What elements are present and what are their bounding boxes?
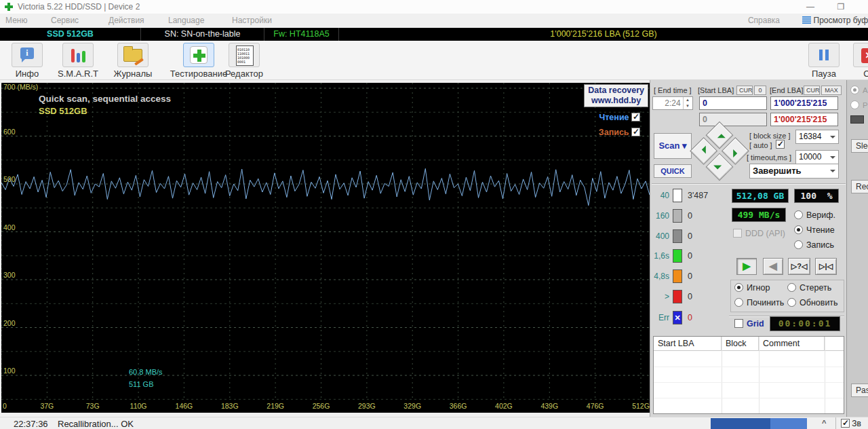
timeout-label: [ timeout,ms ] [747,153,791,162]
stop-x-icon: ✕ [853,43,868,67]
password-button[interactable]: Pas [851,384,868,397]
pi-radio[interactable]: PI [850,100,868,109]
arrow-down-icon [713,165,722,173]
y-axis-tick-label: 600 [3,128,16,136]
timeout-select[interactable]: 10000 [795,150,839,164]
stat-swatch [673,249,682,263]
mode-read-radio[interactable]: Чтение [794,225,835,235]
end-lba-max-button[interactable]: MAX [821,86,842,95]
y-axis-tick-label: 300 [3,271,16,279]
start-lba-cur-button[interactable]: CUR [736,86,753,95]
action-ignore-radio[interactable]: Игнор [734,283,770,293]
menu-help[interactable]: Справка [748,16,780,25]
on-end-action-select[interactable]: Завершить [749,164,839,179]
write-checkbox[interactable] [631,128,640,136]
toolbar-editor-button[interactable]: 010110 110011 101000 0001 Редактор [218,43,270,79]
mode-verify-radio[interactable]: Вериф. [794,210,835,220]
defect-table[interactable]: Start LBA Block Comment [653,336,844,414]
ddd-api-checkbox[interactable]: DDD (API) [733,229,785,238]
column-header-block[interactable]: Block [722,337,759,350]
status-message: Recallibration... OK [58,419,134,429]
end-time-spinner[interactable]: 2:24▲▼ [652,96,693,110]
seek-end-button[interactable]: ▷|◁ [815,258,837,275]
back-button[interactable]: ◀ [763,258,783,275]
read-checkbox[interactable] [631,113,640,122]
maximize-button[interactable]: ❐ [831,1,851,12]
menu-service[interactable]: Сервис [51,16,79,25]
x-axis-tick-label: 329G [397,402,427,410]
end-lba-cur-button[interactable]: CUR [804,86,820,95]
expand-chevron-icon[interactable]: ^ [822,419,826,427]
list-icon [802,16,811,24]
minimize-button[interactable]: — [800,1,821,12]
checkbox-icon [734,319,743,328]
progress-bar [711,418,807,429]
toolbar-smart-button[interactable]: S.M.A.R.T [52,43,104,79]
chevron-down-icon [830,156,835,162]
stat-row-4-8s: 4,8s0 [650,269,724,286]
app-logo-cross-icon [5,3,13,11]
stat-swatch [673,189,682,202]
quick-button[interactable]: QUICK [654,164,692,178]
stat-swatch [673,290,682,303]
toolbar-stop-button[interactable]: ✕ Ст [853,43,868,79]
read-speed-line [1,168,650,205]
sleep-button[interactable]: Slee [851,139,868,153]
stat-row-err: Err✕0 [650,311,724,327]
buffer-view-button[interactable]: Просмотр буф [802,16,868,25]
remaining-lba-field: 1'000'215'215 [770,113,838,126]
folder-pencil-icon [117,43,149,67]
menu-actions[interactable]: Действия [108,16,144,25]
menu-menu[interactable]: Меню [5,16,27,25]
seek-test-button[interactable]: ▷?◁ [788,258,810,275]
y-axis-tick-label: 700 (MB/s) [3,83,38,91]
right-edge-strip: AP PI Slee Rec Pas [846,80,868,417]
auto-checkbox[interactable] [776,140,785,149]
statusbar: 22:37:36 Recallibration... OK ^ Зв [0,417,868,429]
elapsed-timer-lcd: 00:00:01 [770,316,840,331]
y-axis-tick-label: 500 [3,175,16,183]
watermark-badge: Data recovery www.hdd.by [584,84,648,107]
spinner-arrows-icon[interactable]: ▲▼ [683,97,692,109]
device-model: SSD 512GB [0,28,141,41]
start-lba-zero-button[interactable]: 0 [754,86,766,95]
play-button[interactable]: ▶ [736,258,757,275]
stat-swatch [673,269,682,283]
radio-icon [787,283,796,292]
start-lba-input[interactable]: 0 [699,96,767,110]
x-axis-tick-label: 293G [352,402,382,410]
device-serial: SN: SN-on-the-lable [141,28,264,41]
radio-icon [794,240,803,249]
checkbox-icon [841,419,850,428]
menu-language[interactable]: Language [168,16,204,25]
ap-radio[interactable]: AP [850,86,868,94]
column-header-start-lba[interactable]: Start LBA [654,337,722,350]
radio-icon [850,100,859,109]
action-refresh-radio[interactable]: Обновить [787,298,838,307]
menu-settings[interactable]: Настройки [232,16,272,25]
mode-write-radio[interactable]: Запись [794,240,834,250]
action-remap-radio[interactable]: Починить [734,298,784,307]
column-header-comment[interactable]: Comment [759,337,825,350]
end-lba-input[interactable]: 1'000'215'215 [770,96,838,110]
smart-bars-icon [62,43,94,67]
radio-icon [794,210,803,219]
recall-button[interactable]: Rec [851,180,868,193]
radio-icon [734,283,743,292]
toolbar-info-button[interactable]: i Инфо [5,43,49,79]
action-erase-radio[interactable]: Стереть [787,283,831,293]
scan-button[interactable]: Scan ▾ [654,133,692,159]
sound-checkbox[interactable]: Зв [841,419,861,428]
toolbar-pause-button[interactable]: Пауза [808,43,840,79]
indicator-box [850,115,864,124]
legend-write: Запись [599,128,640,137]
y-axis-tick-label: 400 [3,223,16,231]
speed-lcd: 499 MB/s [732,208,786,222]
device-info-bar: SSD 512GB SN: SN-on-the-lable Fw: HT4118… [0,28,868,41]
block-size-select[interactable]: 16384 [795,130,839,144]
toolbar-logs-button[interactable]: Журналы [107,43,159,79]
end-lba-label: [End LBA] [770,86,804,94]
block-size-label: [ block size ] [749,132,791,140]
grid-checkbox[interactable]: Grid [734,319,764,329]
graph-plot-area: 700 (MB/s)600500400300200100 [1,83,650,400]
